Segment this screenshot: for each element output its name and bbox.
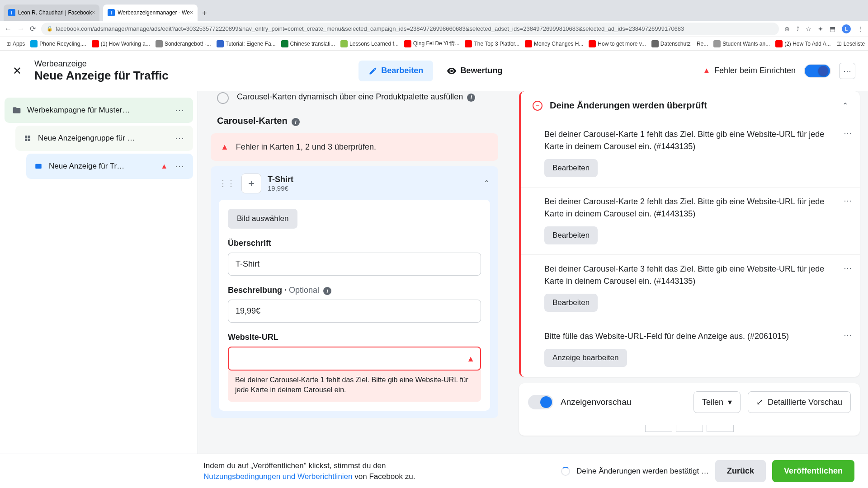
- pencil-icon: [368, 66, 377, 75]
- tab-title: Werbeanzeigenmanager - We: [118, 9, 190, 16]
- terms-link[interactable]: Nutzungsbedingungen und Werberichtlinien: [203, 472, 353, 481]
- edit-tab[interactable]: Bearbeiten: [359, 61, 433, 81]
- review-item: Bei deiner Carousel-Karte 2 fehlt das Zi…: [521, 187, 860, 254]
- bookmark-item[interactable]: The Top 3 Platfor...: [463, 40, 521, 47]
- setup-error-status: ▲ Fehler beim Einrichten: [703, 66, 796, 75]
- more-icon[interactable]: ⋯: [844, 128, 852, 138]
- website-url-input[interactable]: [228, 347, 481, 371]
- bookmark-item[interactable]: Qing Fei De Yi 情...: [402, 40, 462, 47]
- review-header[interactable]: – Deine Änderungen werden überprüft ⌃: [521, 91, 860, 120]
- reload-icon[interactable]: ⟳: [30, 24, 36, 33]
- search-icon[interactable]: ⊕: [784, 25, 790, 33]
- reading-list[interactable]: 🕮 Leseliste: [835, 41, 867, 47]
- app-header: ✕ Werbeanzeige Neue Anzeige für Traffic …: [0, 51, 868, 91]
- extension-icon[interactable]: ⬒: [830, 25, 835, 33]
- more-icon[interactable]: ⋯: [173, 161, 186, 172]
- bookmark-item[interactable]: (1) How Working a...: [90, 40, 152, 47]
- terms-text: Indem du auf „Veröffentlichen" klickst, …: [203, 460, 415, 482]
- bookmark-item[interactable]: Tutorial: Eigene Fa...: [215, 40, 278, 47]
- info-icon[interactable]: i: [467, 94, 475, 102]
- headline-label: Überschrift: [228, 239, 481, 248]
- detailed-preview-button[interactable]: ⤢ Detaillierte Vorschau: [748, 391, 851, 413]
- bookmark-bar: ⊞ Apps Phone Recycling,... (1) How Worki…: [0, 37, 868, 51]
- extension-icon[interactable]: ✦: [818, 25, 823, 33]
- card-title-block: T-Shirt 19,99€: [268, 175, 293, 192]
- tree-adset[interactable]: Neue Anzeigengruppe für … ⋯: [15, 126, 193, 151]
- radio-unchecked[interactable]: [217, 92, 229, 104]
- url-error-message: Bei deiner Carousel-Karte 1 fehlt das Zi…: [228, 369, 481, 402]
- info-icon[interactable]: i: [292, 118, 300, 126]
- forward-icon[interactable]: →: [17, 25, 24, 33]
- more-icon[interactable]: ⋯: [844, 263, 852, 273]
- edit-button[interactable]: Bearbeiten: [544, 294, 598, 312]
- close-icon[interactable]: ×: [190, 9, 193, 16]
- apps-button[interactable]: ⊞ Apps: [5, 41, 27, 47]
- preview-placeholder: [528, 425, 851, 432]
- warning-icon: ▲: [703, 66, 711, 75]
- close-icon[interactable]: ×: [92, 9, 95, 16]
- publish-button[interactable]: Veröffentlichen: [772, 460, 854, 482]
- tree-campaign[interactable]: Werbekampagne für Muster… ⋯: [5, 98, 193, 123]
- browser-tab-active[interactable]: f Werbeanzeigenmanager - We ×: [103, 5, 198, 21]
- header-tabs: Bearbeiten Bewertung: [169, 61, 703, 81]
- more-icon[interactable]: ⋯: [844, 330, 852, 340]
- more-icon[interactable]: ⋯: [844, 196, 852, 206]
- warning-icon: ▲: [467, 354, 475, 363]
- drag-handle-icon[interactable]: ⋮⋮: [219, 178, 235, 188]
- bookmark-item[interactable]: Sonderangebot! -...: [154, 40, 213, 47]
- add-media-button[interactable]: +: [241, 174, 261, 193]
- share-icon[interactable]: ⤴: [796, 25, 799, 33]
- bookmark-item[interactable]: Lessons Learned f...: [339, 40, 401, 47]
- select-image-button[interactable]: Bild auswählen: [228, 209, 297, 229]
- tab-title: Leon R. Chaudhari | Facebook: [18, 9, 92, 16]
- share-button[interactable]: Teilen ▾: [693, 391, 741, 413]
- grid-icon: [23, 133, 33, 143]
- avatar-icon[interactable]: L: [842, 24, 851, 33]
- option-label: Carousel-Karten dynamisch über eine Prod…: [237, 91, 475, 103]
- tree-ad[interactable]: Neue Anzeige für Tr… ▲ ⋯: [26, 154, 193, 179]
- bookmark-item[interactable]: Chinese translati...: [279, 40, 337, 47]
- preview-header: Anzeigenvorschau Teilen ▾ ⤢ Detaillierte…: [519, 383, 860, 421]
- menu-icon[interactable]: ⋮: [857, 25, 863, 33]
- page-title: Neue Anzeige für Traffic: [34, 69, 169, 83]
- chevron-up-icon[interactable]: ⌃: [842, 101, 848, 110]
- bookmark-item[interactable]: Student Wants an...: [712, 40, 772, 47]
- svg-rect-0: [35, 164, 42, 169]
- browser-tab[interactable]: f Leon R. Chaudhari | Facebook ×: [4, 5, 99, 21]
- more-options-button[interactable]: ⋯: [839, 63, 855, 79]
- bookmark-item[interactable]: Phone Recycling,...: [28, 40, 88, 47]
- card-header[interactable]: ⋮⋮ + T-Shirt 19,99€ ⌃: [219, 174, 490, 193]
- back-button[interactable]: Zurück: [715, 460, 766, 482]
- header-subtitle: Werbeanzeige: [34, 59, 169, 69]
- bookmark-item[interactable]: Datenschutz – Re...: [650, 40, 710, 47]
- chevron-up-icon[interactable]: ⌃: [483, 178, 490, 188]
- spinner-icon: [561, 467, 570, 476]
- bookmark-item[interactable]: (2) How To Add A...: [774, 40, 833, 47]
- back-icon[interactable]: ←: [5, 25, 12, 33]
- star-icon[interactable]: ☆: [806, 25, 811, 33]
- bookmark-item[interactable]: How to get more v...: [587, 40, 647, 47]
- main-content: Werbekampagne für Muster… ⋯ Neue Anzeige…: [0, 91, 868, 454]
- description-input[interactable]: [228, 300, 481, 323]
- close-button[interactable]: ✕: [13, 65, 22, 77]
- more-icon[interactable]: ⋯: [173, 105, 186, 116]
- preview-panel: Anzeigenvorschau Teilen ▾ ⤢ Detaillierte…: [519, 383, 860, 436]
- info-icon[interactable]: i: [323, 287, 331, 295]
- review-tab[interactable]: Bewertung: [437, 61, 512, 81]
- new-tab-button[interactable]: +: [198, 6, 212, 21]
- review-item: Bei deiner Carousel-Karte 3 fehlt das Zi…: [521, 254, 860, 322]
- dynamic-fill-option[interactable]: Carousel-Karten dynamisch über eine Prod…: [209, 91, 500, 112]
- bookmark-item[interactable]: Money Changes H...: [523, 40, 585, 47]
- url-bar[interactable]: 🔒 facebook.com/adsmanager/manage/ads/edi…: [41, 23, 779, 35]
- chevron-down-icon: ▾: [728, 397, 732, 407]
- edit-button[interactable]: Bearbeiten: [544, 159, 598, 177]
- edit-button[interactable]: Bearbeiten: [544, 226, 598, 244]
- more-icon[interactable]: ⋯: [173, 133, 186, 144]
- preview-toggle[interactable]: [528, 395, 553, 409]
- header-right: ▲ Fehler beim Einrichten ⋯: [703, 63, 855, 79]
- error-circle-icon: –: [533, 101, 542, 111]
- edit-ad-button[interactable]: Anzeige bearbeiten: [544, 349, 627, 367]
- status-toggle[interactable]: [804, 64, 831, 78]
- review-item: Bei deiner Carousel-Karte 1 fehlt das Zi…: [521, 120, 860, 187]
- headline-input[interactable]: [228, 253, 481, 276]
